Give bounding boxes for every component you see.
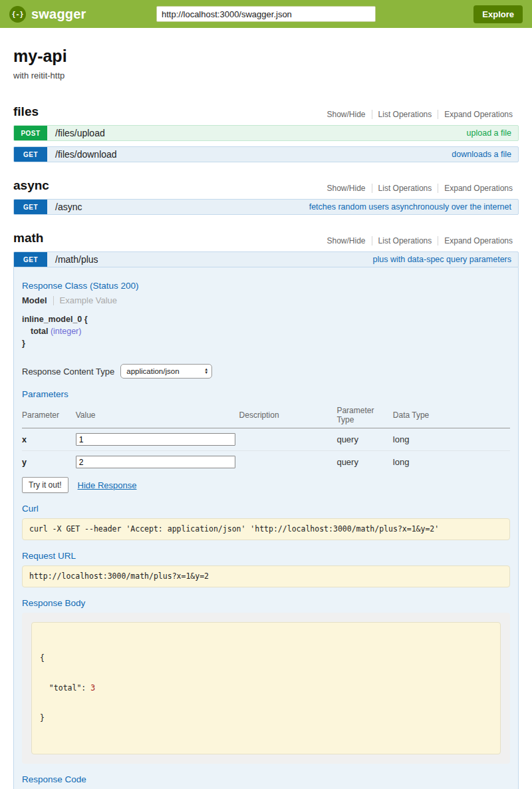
api-title: my-api: [13, 47, 519, 66]
http-method-badge: POST: [14, 126, 47, 140]
hide-response-link[interactable]: Hide Response: [78, 480, 137, 490]
param-description: [239, 451, 337, 474]
endpoint-path-link[interactable]: /math/plus: [55, 254, 98, 265]
json-total-line: "total": 3: [40, 683, 492, 693]
section-title-async[interactable]: async: [13, 178, 49, 193]
param-type: query: [336, 428, 392, 451]
model-signature: inline_model_0 { total (integer) }: [22, 313, 510, 349]
param-description: [239, 428, 337, 451]
swagger-brand-link[interactable]: {-} swagger: [9, 6, 156, 23]
endpoint-row-post-files-upload[interactable]: POST /files/upload upload a file: [13, 125, 519, 141]
endpoint-path-link[interactable]: /files/download: [55, 149, 117, 160]
http-method-badge: GET: [14, 147, 47, 162]
list-operations-link[interactable]: List Operations: [372, 110, 438, 119]
section-controls: Show/Hide List Operations Expand Operati…: [321, 184, 519, 193]
show-hide-link[interactable]: Show/Hide: [321, 236, 372, 245]
endpoint-summary-link[interactable]: upload a file: [467, 128, 511, 138]
endpoint-path-link[interactable]: /async: [55, 202, 82, 212]
param-type: query: [336, 451, 392, 474]
http-method-badge: GET: [14, 252, 47, 267]
expand-operations-link[interactable]: Expand Operations: [438, 236, 519, 245]
section-title-files[interactable]: files: [13, 104, 39, 119]
section-controls: Show/Hide List Operations Expand Operati…: [321, 110, 519, 119]
try-it-out-button[interactable]: Try it out!: [22, 477, 68, 493]
response-content-type-row: Response Content Type application/json ▲…: [22, 364, 510, 379]
section-title-math[interactable]: math: [13, 231, 43, 245]
list-operations-link[interactable]: List Operations: [372, 184, 438, 193]
list-operations-link[interactable]: List Operations: [372, 236, 438, 245]
curl-command: curl -X GET --header 'Accept: applicatio…: [22, 518, 510, 540]
endpoint-row-get-files-download[interactable]: GET /files/download downloads a file: [13, 146, 519, 162]
model-property-name: total: [31, 327, 48, 336]
http-method-badge: GET: [14, 200, 47, 214]
endpoint-summary-link[interactable]: plus with data-spec query parameters: [373, 255, 511, 264]
try-row: Try it out! Hide Response: [22, 477, 510, 493]
endpoint-summary-link[interactable]: fetches random users asynchronously over…: [309, 202, 511, 212]
response-code-heading: Response Code: [22, 774, 510, 784]
json-open-brace: {: [40, 653, 492, 663]
tab-model[interactable]: Model: [22, 295, 47, 305]
model-property: total (integer): [22, 325, 510, 337]
model-open-line: inline_model_0 {: [22, 313, 510, 325]
param-row-x: x query long: [22, 428, 510, 451]
operation-content: Response Class (Status 200) Model Exampl…: [13, 267, 519, 789]
tab-separator: [53, 296, 54, 305]
response-body-heading: Response Body: [22, 598, 510, 608]
brand-name: swagger: [31, 7, 86, 22]
param-data-type: long: [393, 451, 510, 474]
request-url-heading: Request URL: [22, 551, 510, 561]
operation-get-math-plus: GET /math/plus plus with data-spec query…: [13, 251, 519, 789]
swagger-logo-icon: {-}: [9, 6, 26, 23]
response-content-type-label: Response Content Type: [22, 367, 114, 377]
response-body-json: { "total": 3 }: [31, 622, 501, 754]
model-tabs: Model Example Value: [22, 295, 510, 305]
endpoint-row-get-math-plus[interactable]: GET /math/plus plus with data-spec query…: [13, 251, 519, 267]
section-async: async Show/Hide List Operations Expand O…: [13, 178, 519, 215]
parameters-table: Parameter Value Description Parameter Ty…: [22, 404, 510, 473]
top-bar: {-} swagger Explore: [0, 0, 532, 28]
json-number-value: 3: [90, 683, 95, 693]
select-arrows-icon: ▲▼: [204, 368, 208, 375]
response-content-type-select[interactable]: application/json ▲▼: [120, 364, 212, 379]
show-hide-link[interactable]: Show/Hide: [321, 110, 372, 119]
expand-operations-link[interactable]: Expand Operations: [438, 110, 519, 119]
response-class-heading: Response Class (Status 200): [22, 281, 510, 291]
request-url-value: http://localhost:3000/math/plus?x=1&y=2: [22, 565, 510, 587]
param-row-y: y query long: [22, 451, 510, 474]
show-hide-link[interactable]: Show/Hide: [321, 184, 372, 193]
parameters-heading: Parameters: [22, 389, 510, 399]
param-value-input-y[interactable]: [76, 456, 235, 468]
explore-button[interactable]: Explore: [473, 5, 523, 23]
param-value-input-x[interactable]: [76, 433, 235, 446]
section-controls: Show/Hide List Operations Expand Operati…: [321, 236, 519, 245]
expand-operations-link[interactable]: Expand Operations: [438, 184, 519, 193]
model-close-line: }: [22, 337, 510, 349]
section-files: files Show/Hide List Operations Expand O…: [13, 104, 519, 162]
tab-example-value[interactable]: Example Value: [60, 295, 117, 305]
col-header-data-type: Data Type: [393, 404, 510, 428]
model-property-type: (integer): [51, 327, 82, 336]
param-name: y: [22, 458, 27, 467]
api-subtitle: with reitit-http: [13, 71, 519, 80]
selected-content-type: application/json: [126, 367, 179, 375]
json-close-brace: }: [40, 713, 492, 723]
param-name: x: [22, 435, 27, 444]
endpoint-row-get-async[interactable]: GET /async fetches random users asynchro…: [13, 199, 519, 215]
spec-url-input[interactable]: [156, 6, 376, 22]
param-data-type: long: [393, 428, 510, 451]
response-body-wrapper: { "total": 3 }: [22, 613, 510, 763]
col-header-parameter-type: Parameter Type: [336, 404, 392, 428]
curl-heading: Curl: [22, 504, 510, 514]
col-header-description: Description: [239, 404, 337, 428]
endpoint-summary-link[interactable]: downloads a file: [452, 150, 511, 159]
col-header-parameter: Parameter: [22, 404, 76, 428]
section-math: math Show/Hide List Operations Expand Op…: [13, 231, 519, 789]
col-header-value: Value: [76, 404, 239, 428]
page-container: my-api with reitit-http files Show/Hide …: [0, 28, 532, 789]
endpoint-path-link[interactable]: /files/upload: [55, 128, 105, 138]
